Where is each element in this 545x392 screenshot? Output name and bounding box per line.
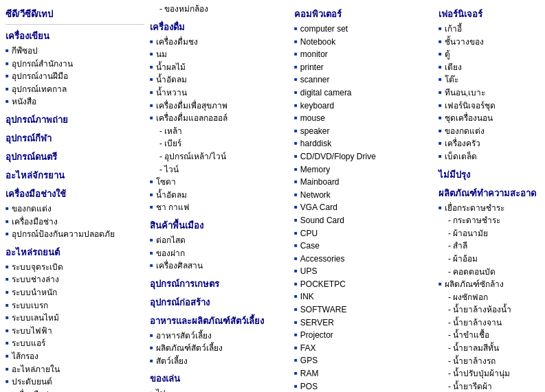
list-item-cddvd[interactable]: CD/DVD/Flopy Drive — [294, 150, 433, 163]
list-item-software[interactable]: SOFTWARE — [294, 303, 433, 316]
list-item[interactable]: ของกดแต่ง — [438, 125, 545, 138]
list-item-network[interactable]: Network — [294, 189, 433, 202]
list-item[interactable]: โต๊ะ — [438, 73, 545, 87]
list-item[interactable]: เก้าอี้ — [438, 23, 545, 36]
list-item[interactable]: น้ำผลไม้ — [150, 61, 289, 74]
list-item-keyboard[interactable]: keyboard — [294, 100, 433, 113]
list-item[interactable]: เตียง — [438, 61, 545, 74]
list-item[interactable]: - น้ำยาลมสีทั้น — [438, 342, 545, 355]
list-item[interactable]: อาหารสัตว์เลี้ยง — [150, 330, 289, 343]
sub-item-camera[interactable]: - ของหม่กล้อง — [150, 3, 289, 16]
list-item[interactable]: น้ำอัดลม — [150, 73, 289, 87]
list-item[interactable]: - น้ำยาล้างจาน — [438, 316, 545, 330]
list-item[interactable]: ชั้นวางของ — [438, 36, 545, 49]
list-item[interactable]: เครื่องดื่มเพื่อสุขภาพ — [150, 100, 289, 113]
sub-item-alcohol[interactable]: - เหล้า — [150, 125, 289, 138]
list-item[interactable]: อะไหล่ภายใน — [5, 363, 144, 376]
drinks-list2: โซดา น้ำอัดลม ชา กาแฟ — [150, 176, 289, 214]
list-item[interactable]: - ผ้าอ้อม — [438, 253, 545, 266]
list-item[interactable]: เครื่องดื่มแอลกอฮอล์ — [150, 112, 289, 125]
list-item-ram[interactable]: RAM — [294, 367, 433, 380]
list-item-case[interactable]: Case — [294, 240, 433, 253]
list-item[interactable]: น้ำหวาน — [150, 87, 289, 100]
list-item-vga[interactable]: VGA Card — [294, 201, 433, 214]
list-item[interactable]: เครื่องมือช่าง — [5, 389, 144, 392]
list-item[interactable]: อุปกรณ์งานฝีมือ — [5, 70, 144, 83]
list-item-soundcard[interactable]: Sound Card — [294, 214, 433, 227]
section-construct: อุปกรณ์ก่อสร้าง — [150, 295, 289, 310]
list-item[interactable]: - น้ำยาล้างห้องน้ำ — [438, 303, 545, 316]
list-item[interactable]: ไส้กรอง — [5, 350, 144, 363]
list-item-scanner[interactable]: scanner — [294, 73, 433, 87]
list-item[interactable]: เยื่อกระดาษชำระ — [438, 202, 545, 215]
list-item-computer-set[interactable]: computer set — [294, 23, 433, 36]
list-item[interactable]: เครื่องมือช่าง — [5, 216, 144, 229]
list-item[interactable]: เครื่องครัว — [438, 137, 545, 150]
list-item[interactable]: - ผ้าอนามัย — [438, 227, 545, 240]
list-item[interactable]: นม — [150, 48, 289, 61]
list-item-server[interactable]: SERVER — [294, 316, 433, 330]
list-item[interactable]: ของกดแต่ง — [5, 203, 144, 216]
list-item[interactable]: สัตว์เลี้ยง — [150, 355, 289, 368]
list-item[interactable]: - กระดาษชำระ — [438, 214, 545, 227]
list-item[interactable]: เครื่องดื่มชง — [150, 36, 289, 49]
list-item-fax[interactable]: FAX — [294, 342, 433, 355]
list-item[interactable]: - น้ำยารีดผ้า — [438, 380, 545, 392]
list-item[interactable]: ผลิตภัณฑ์ซักล้าง — [438, 278, 545, 291]
list-item-harddisk[interactable]: harddisk — [294, 137, 433, 150]
list-item-notebook[interactable]: Notebook — [294, 36, 433, 49]
list-item-ink[interactable]: INK — [294, 290, 433, 303]
sub-item-wine-equip[interactable]: - อุปกรณ์เหล้า/ไวน์ — [150, 150, 289, 163]
list-item[interactable]: ของฝาก — [150, 247, 289, 260]
list-item[interactable]: ประดับยนต์ — [5, 376, 144, 389]
list-item[interactable]: - คอตตอนบัด — [438, 266, 545, 279]
list-item[interactable]: ระบบช่างล่าง — [5, 273, 144, 286]
list-item-gps[interactable]: GPS — [294, 354, 433, 367]
list-item[interactable]: ระบบไฟฟ้า — [5, 325, 144, 338]
list-item[interactable]: กีฬ์ซอป — [5, 45, 144, 58]
list-item[interactable]: - ผงซักฟอก — [438, 291, 545, 304]
list-item-speaker[interactable]: speaker — [294, 125, 433, 138]
list-item[interactable]: - สำลี — [438, 240, 545, 253]
list-item[interactable]: ระบบนำหนัก — [5, 286, 144, 299]
list-item-ups[interactable]: UPS — [294, 265, 433, 278]
list-item[interactable]: ไพ่ — [150, 387, 289, 392]
sub-item-wine[interactable]: - ไวน์ — [150, 163, 289, 176]
list-item[interactable]: ระบบแอร์ — [5, 337, 144, 350]
list-item-mouse[interactable]: mouse — [294, 112, 433, 125]
sub-item-beer[interactable]: - เบียร์ — [150, 137, 289, 150]
list-item[interactable]: เบ็ดเตล็ด — [438, 150, 545, 163]
list-item[interactable]: - น้ำปรับปุ่มผ้านุ่ม — [438, 367, 545, 380]
list-item-pos[interactable]: POS — [294, 380, 433, 392]
list-item-memory[interactable]: Memory — [294, 163, 433, 176]
list-item[interactable]: ระบบเลนไหม้ — [5, 312, 144, 325]
list-item[interactable]: เครื่องศิลสาน — [150, 260, 289, 273]
list-item[interactable]: ระบบเบรก — [5, 299, 144, 312]
list-item-projector[interactable]: Projector — [294, 329, 433, 342]
list-item-cpu[interactable]: CPU — [294, 227, 433, 240]
list-item[interactable]: ต่อกไสด — [150, 234, 289, 247]
list-item-accessories[interactable]: Accessories — [294, 253, 433, 266]
list-item[interactable]: อุปกรณ์เทคกาล — [5, 83, 144, 96]
list-item-digital-camera[interactable]: digital camera — [294, 87, 433, 100]
list-item[interactable]: น้ำอัดลม — [150, 189, 289, 202]
list-item-monitor[interactable]: monitor — [294, 48, 433, 61]
list-item[interactable]: เฟอร์นิเจอร์ชุด — [438, 100, 545, 113]
list-item[interactable]: อุปกรณ์ป้องกันความปลอดภัย — [5, 228, 144, 241]
list-item-printer[interactable]: printer — [294, 61, 433, 74]
list-item[interactable]: ระบบจุดระเบิด — [5, 261, 144, 274]
list-item[interactable]: ผลิตภัณฑ์สัตว์เลี้ยง — [150, 342, 289, 355]
section-writing: เครื่องเขียน — [5, 29, 144, 43]
list-item[interactable]: - น้ำขำแชื้อ — [438, 329, 545, 342]
list-item-mainboard[interactable]: Mainboard — [294, 176, 433, 189]
list-item-pocketpc[interactable]: POCKETPC — [294, 278, 433, 291]
furniture-list: เก้าอี้ ชั้นวางของ ตู้ เตียง โต๊ะ ทีนอน,… — [438, 23, 545, 163]
list-item[interactable]: อุปกรณ์สำนักงาน — [5, 58, 144, 71]
list-item[interactable]: โซดา — [150, 176, 289, 189]
list-item[interactable]: ชุดเครื่องนอน — [438, 112, 545, 125]
list-item[interactable]: หนังสือ — [5, 95, 144, 108]
list-item[interactable]: ทีนอน,เบาะ — [438, 87, 545, 100]
list-item[interactable]: ชา กาแฟ — [150, 201, 289, 214]
list-item[interactable]: ตู้ — [438, 48, 545, 61]
list-item[interactable]: - น้ำยาล้างรถ — [438, 355, 545, 368]
